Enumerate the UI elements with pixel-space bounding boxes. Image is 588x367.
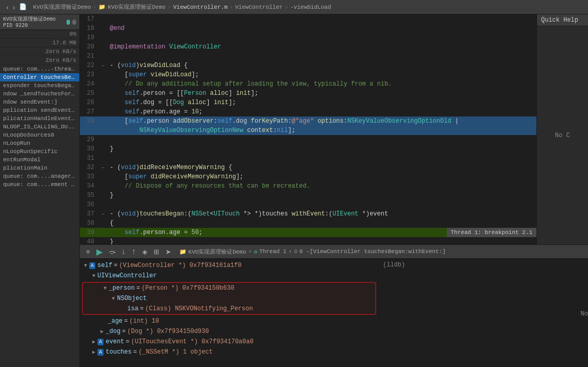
line-number: 22 — [80, 61, 98, 70]
code-line: 40} — [80, 237, 536, 244]
var-toggle[interactable]: ▼ — [104, 286, 107, 291]
debug-breadcrumb: 📁 KVO实现原理验证Demo › ⚙ Thread 1 › 0 0 -[Vie… — [179, 248, 446, 256]
debug-project: KVO实现原理验证Demo — [189, 248, 246, 256]
call-stack-item[interactable]: pplication sendEvent:] — [0, 106, 79, 114]
line-content — [108, 200, 536, 209]
var-toggle[interactable]: ▼ — [84, 263, 87, 269]
line-content: - (void)didReceiveMemoryWarning { — [108, 163, 536, 172]
line-number: 33 — [80, 172, 98, 181]
step-over-btn[interactable]: ⤼ — [107, 246, 117, 258]
line-number: 38 — [80, 219, 98, 228]
var-toggle[interactable]: ▶ — [100, 328, 104, 335]
forward-button[interactable]: › — [11, 2, 18, 12]
var-equals: = — [133, 348, 137, 356]
variable-row[interactable]: ▶Aevent = (UITouchesEvent *) 0x7f934170a… — [80, 337, 378, 347]
call-stack-item[interactable]: ndow _sendTouchesFor... — [0, 90, 79, 98]
line-arrow — [98, 135, 108, 144]
back-button[interactable]: ‹ — [4, 2, 11, 12]
call-stack-item[interactable]: queue: com....anager (serial) — [0, 172, 79, 180]
continue-btn[interactable]: ▶ — [94, 246, 105, 258]
breadcrumb-item-5[interactable]: -viewDidLoad — [290, 4, 331, 10]
var-key: _dog — [106, 328, 121, 335]
line-arrow — [98, 228, 108, 237]
variable-row[interactable]: ▶Atouches = (_NSSetM *) 1 object — [80, 347, 378, 357]
call-stack-item[interactable]: entRunModal — [0, 156, 79, 164]
variable-row[interactable]: ▼NSObject — [83, 293, 375, 304]
memory-value: 17.6 MB — [53, 40, 76, 46]
line-arrow — [98, 237, 108, 244]
line-number: 19 — [80, 33, 98, 42]
code-line: 35} — [80, 191, 536, 200]
breadcrumb-item-2[interactable]: KVO实现原理验证Demo — [108, 3, 165, 11]
call-stack-item[interactable]: queue: com....-thread (serial) — [0, 65, 79, 73]
variable-row[interactable]: ▶_dog = (Dog *) 0x7f934150d930 — [80, 326, 378, 337]
line-number: 31 — [80, 154, 98, 163]
variable-row[interactable]: isa = (Class) NSKVONotifying_Person — [83, 304, 375, 314]
line-arrow: – — [98, 163, 108, 172]
line-arrow — [98, 200, 108, 209]
line-arrow — [98, 107, 108, 116]
call-stack-item[interactable]: nLoopDoSources0 — [0, 131, 79, 139]
view-btn[interactable]: ⊞ — [152, 247, 161, 257]
variable-row[interactable]: ▼_person = (Person *) 0x7f934150b630 — [83, 283, 375, 293]
line-number: 21 — [80, 52, 98, 61]
step-out-btn[interactable]: ↑ — [130, 246, 138, 257]
line-content: self.person = [[Person alloc] init]; — [108, 89, 536, 98]
var-key: UIViewController — [97, 272, 157, 279]
call-stack-item[interactable]: esponder touchesBegan:... — [0, 81, 79, 90]
line-content — [108, 14, 536, 24]
line-number: 20 — [80, 42, 98, 52]
variable-row[interactable]: ▼UIViewController — [80, 271, 378, 281]
var-key: touches — [106, 348, 131, 356]
code-line: 33 [super didReceiveMemoryWarning]; — [80, 172, 536, 181]
line-content: [super viewDidLoad]; — [108, 70, 536, 79]
line-number: 36 — [80, 200, 98, 209]
step-into-btn[interactable]: ↓ — [120, 246, 128, 257]
call-stack-item[interactable]: ndow sendEvent:] — [0, 98, 79, 106]
line-arrow — [98, 191, 108, 200]
line-arrow — [98, 14, 108, 24]
code-line: 18@end — [80, 24, 536, 33]
call-stack-item[interactable]: NLOOP_IS_CALLING_OU... — [0, 123, 79, 131]
line-number: 35 — [80, 191, 98, 200]
var-value: (Dog *) 0x7f934150d930 — [127, 328, 209, 335]
var-toggle[interactable]: ▼ — [92, 273, 95, 279]
var-value: (UITouchesEvent *) 0x7f934170a0a0 — [131, 338, 254, 345]
var-toggle[interactable]: ▶ — [92, 349, 95, 355]
line-arrow: – — [98, 61, 108, 70]
code-scroll[interactable]: 1718@end1920@implementation ViewControll… — [80, 14, 536, 244]
variable-row[interactable]: _age = (int) 10 — [80, 316, 378, 326]
quick-help-text: No C — [555, 132, 570, 139]
var-toggle[interactable]: ▶ — [92, 339, 95, 345]
show-hide-debug-btn[interactable]: ≡ — [84, 247, 92, 257]
breakpoint-btn[interactable]: ◈ — [140, 247, 149, 257]
simulate-loc-btn[interactable]: ➤ — [163, 247, 173, 257]
call-stack-item[interactable]: queue: com....ement (serial) — [0, 180, 79, 189]
call-stack-item[interactable]: Controller touchesBegan... — [0, 73, 79, 81]
line-arrow — [98, 79, 108, 89]
vars-panel: ▼Aself = (ViewController *) 0x7f934161a1… — [80, 259, 588, 367]
code-line: 36 — [80, 200, 536, 209]
var-toggle[interactable]: ▼ — [112, 296, 115, 302]
breadcrumb-item-3[interactable]: ViewController.m — [173, 4, 228, 10]
variable-row[interactable]: ▼Aself = (ViewController *) 0x7f934161a1… — [80, 260, 378, 271]
var-key: _age — [108, 318, 123, 325]
var-key: _person — [109, 285, 135, 292]
code-line: 37–- (void)touchesBegan:(NSSet<UITouch *… — [80, 209, 536, 219]
var-value: (int) 10 — [129, 318, 159, 325]
call-stack-item[interactable]: plicationHandleEventQueue — [0, 114, 79, 123]
call-stack-item[interactable]: nLoopRun — [0, 139, 79, 147]
call-stack-item[interactable]: plicationMain — [0, 164, 79, 172]
line-arrow — [98, 172, 108, 181]
call-stack-item[interactable]: nLoopRunSpecific — [0, 147, 79, 156]
net1-row: Zero KB/s — [0, 47, 79, 56]
line-number: 23 — [80, 70, 98, 79]
line-content: @end — [108, 24, 536, 33]
line-content: - (void)touchesBegan:(NSSet<UITouch *> *… — [108, 209, 536, 219]
breadcrumb-item-1[interactable]: KVO实现原理验证Demo — [33, 3, 91, 11]
cpu-percent: 0% — [70, 31, 76, 37]
line-content: [super didReceiveMemoryWarning]; — [108, 172, 536, 181]
left-panel: KVO实现原理验证Demo PID 9220 0% 17.6 MB Zero K… — [0, 14, 80, 367]
line-content — [108, 33, 536, 42]
breadcrumb-item-4[interactable]: ViewController — [235, 4, 282, 10]
